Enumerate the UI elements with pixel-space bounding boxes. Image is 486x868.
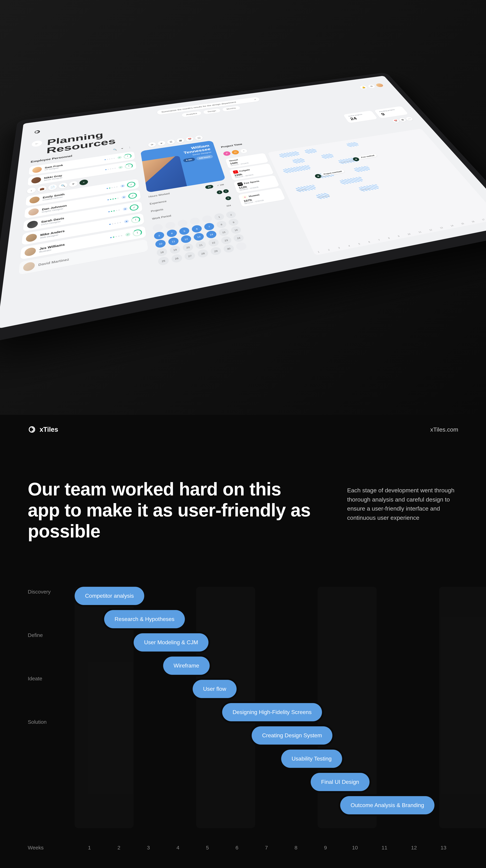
calendar-day[interactable]: 24	[233, 234, 245, 243]
briefcase-icon[interactable]: 💼	[37, 185, 46, 192]
filter-icon[interactable]: ⏷	[69, 181, 77, 187]
pending-projects-card[interactable]: Pending projects 9	[374, 106, 409, 118]
gantt-task-pill[interactable]: Usability Testing	[281, 750, 342, 768]
calendar-day[interactable]: 4	[166, 229, 177, 238]
logo-icon: FOX	[237, 182, 243, 186]
calendar-day[interactable]: 21	[195, 241, 207, 250]
refresh-icon[interactable]: ⟳	[148, 142, 156, 147]
calendar-day[interactable]: 3	[154, 231, 165, 240]
calendar-day[interactable]: 20	[182, 243, 194, 252]
calendar-day[interactable]: 7	[203, 222, 215, 231]
color-swatch-orange[interactable]: H	[231, 150, 240, 155]
filter-icon[interactable]: ⏷	[157, 141, 166, 146]
calendar-day[interactable]	[235, 242, 248, 251]
calendar-day[interactable]: 6	[191, 224, 202, 233]
calendar-day[interactable]	[177, 219, 188, 227]
avatar	[27, 220, 38, 229]
gear-icon[interactable]: ⚙	[367, 84, 376, 89]
gantt-week-tick: 6	[222, 845, 252, 850]
gantt-task-pill[interactable]: Final UI Design	[311, 773, 369, 791]
calendar-day[interactable]: 22	[207, 238, 220, 247]
calendar-day[interactable]: 8	[216, 220, 227, 229]
calendar-day[interactable]	[201, 215, 213, 223]
search-icon[interactable]: 🔍	[112, 147, 118, 152]
gantt-task-pill[interactable]: Research & Hypotheses	[104, 610, 185, 628]
gantt-task-pill[interactable]: Competitor analysis	[75, 587, 144, 605]
calendar-day[interactable]: 11	[168, 237, 179, 246]
calendar-day[interactable]	[165, 221, 176, 230]
calendar-day[interactable]: 18	[156, 247, 168, 257]
calendar-day[interactable]: 15	[218, 228, 230, 237]
active-projects-card[interactable]: Active projects 24	[343, 111, 378, 123]
close-icon[interactable]: ×	[79, 179, 88, 186]
avatar	[29, 196, 40, 204]
gantt-week-tick: 3	[134, 845, 163, 850]
calendar-day[interactable]: 13	[193, 232, 205, 241]
brand-bar: xTiles xTiles.com	[0, 415, 486, 444]
avatar	[24, 247, 36, 257]
calendar-day[interactable]: 14	[205, 230, 217, 239]
logo-icon: C	[233, 170, 238, 174]
calendar-day[interactable]: 16	[230, 226, 242, 235]
search-icon[interactable]: 🔍	[59, 182, 67, 189]
calendar-day[interactable]: 2	[225, 211, 237, 219]
gantt-task-pill[interactable]: Creating Design System	[252, 726, 332, 745]
bell-icon[interactable]: 🔔	[359, 85, 368, 90]
gantt-scale-tick: 7	[378, 239, 380, 241]
calendar-icon[interactable]: 📅	[392, 119, 400, 123]
add-color-button[interactable]: +	[239, 148, 248, 154]
calendar-day[interactable]: 5	[179, 227, 190, 236]
progress-ring	[129, 204, 139, 211]
calendar-day[interactable]: 10	[155, 239, 166, 248]
gantt-scale-tick: 13	[439, 226, 444, 229]
filter-icon[interactable]: ⏷	[119, 146, 126, 151]
back-button[interactable]: ←	[31, 140, 42, 147]
chip-analytics[interactable]: Analytics	[182, 111, 202, 117]
employee-column: Employee Personnel 🔍 ⏷ ⋮ Sam	[14, 145, 154, 315]
gantt-task-pill[interactable]: Designing High-Fidelity Screens	[222, 703, 322, 721]
calendar-day[interactable]: 12	[180, 235, 192, 244]
calendar-day[interactable]	[189, 217, 201, 225]
logo-icon: 🌸	[242, 195, 248, 199]
grid-icon[interactable]: ▦	[176, 138, 185, 143]
gantt-week-tick: 4	[163, 845, 193, 850]
calendar-icon[interactable]: 📅	[185, 136, 194, 142]
calendar-day[interactable]: 26	[171, 253, 183, 263]
chip-monthly[interactable]: Monthly	[222, 105, 241, 112]
gantt-scale-tick: 15	[460, 222, 465, 225]
gantt-task-pill[interactable]: User Modeling & CJM	[134, 633, 208, 652]
avatar	[32, 166, 42, 174]
gear-icon[interactable]: ⚙	[398, 118, 407, 122]
brand-url: xTiles.com	[430, 426, 458, 433]
more-icon[interactable]: ⋯	[405, 117, 414, 121]
calendar-day[interactable]: 23	[220, 236, 232, 245]
calendar-day[interactable]: 30	[223, 244, 235, 253]
calendar-day[interactable]: 29	[210, 246, 222, 256]
close-icon[interactable]: ×	[254, 98, 257, 101]
chevron-left-icon[interactable]: ‹	[27, 187, 36, 194]
calendar-day[interactable]: 25	[158, 256, 169, 266]
calendar-day[interactable]: 28	[197, 249, 209, 258]
more-icon[interactable]: ⋮	[127, 145, 133, 150]
dashboard-icon[interactable]: ◫	[195, 135, 203, 141]
calendar-day[interactable]: 27	[184, 251, 196, 261]
gantt-scale-tick: 9	[397, 235, 400, 237]
gantt-stage-label: Discovery	[28, 587, 68, 630]
user-avatar[interactable]	[375, 83, 384, 87]
gantt-week-tick: 13	[429, 845, 458, 850]
gantt-task-pill[interactable]: Wireframe	[163, 656, 210, 675]
calendar-day[interactable]: 9	[228, 218, 239, 226]
gantt-task-pill[interactable]: User flow	[193, 680, 236, 698]
document-icon[interactable]: 📄	[48, 184, 57, 191]
list-icon[interactable]: ☰	[167, 139, 175, 145]
gantt-week-tick: 9	[311, 845, 340, 850]
gantt-task-pill[interactable]: Outcome Analysis & Branding	[340, 796, 434, 814]
calendar-day[interactable]: 1	[214, 213, 225, 221]
gantt-week-tick: 10	[340, 845, 370, 850]
gantt-scale-tick: 11	[418, 231, 422, 233]
chip-design[interactable]: Design	[203, 108, 221, 114]
calendar-day[interactable]: 19	[169, 245, 181, 255]
brand-name: xTiles	[40, 426, 58, 433]
calendar-day[interactable]	[152, 223, 163, 232]
color-swatch-pink[interactable]: P	[223, 151, 231, 156]
